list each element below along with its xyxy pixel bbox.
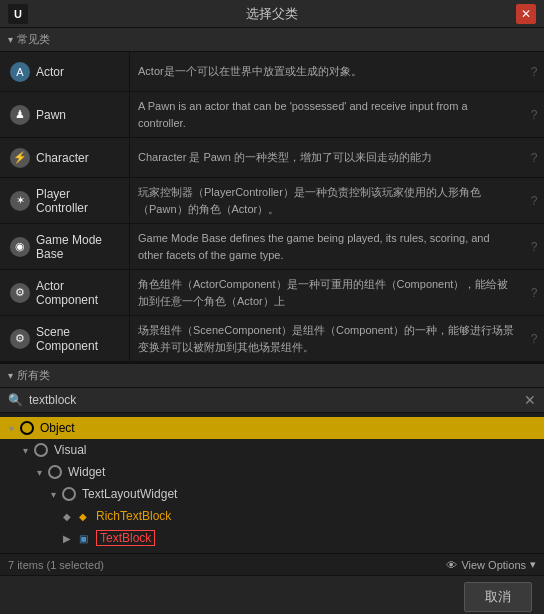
all-section-label: 所有类 bbox=[0, 364, 544, 388]
search-input[interactable] bbox=[29, 393, 518, 407]
eye-icon: 👁 bbox=[446, 559, 457, 571]
cancel-button[interactable]: 取消 bbox=[464, 582, 532, 612]
class-icon: A bbox=[10, 62, 30, 82]
tree-row[interactable]: ▾ Visual bbox=[0, 439, 544, 461]
tree-label: TextLayoutWidget bbox=[82, 487, 177, 501]
class-description: Game Mode Base defines the game being pl… bbox=[130, 224, 524, 269]
tree-icon bbox=[46, 463, 64, 481]
class-icon: ⚙ bbox=[10, 329, 30, 349]
help-icon[interactable]: ? bbox=[524, 178, 544, 223]
search-bar: 🔍 ✕ bbox=[0, 388, 544, 413]
tree-arrow: ◆ bbox=[60, 511, 74, 522]
class-description: Character 是 Pawn 的一种类型，增加了可以来回走动的能力 bbox=[130, 138, 524, 177]
help-icon[interactable]: ? bbox=[524, 316, 544, 361]
class-icon: ✶ bbox=[10, 191, 30, 211]
tree-row[interactable]: ▾ Object bbox=[0, 417, 544, 439]
class-icon: ⚡ bbox=[10, 148, 30, 168]
app-logo: U bbox=[8, 4, 28, 24]
title-bar: U 选择父类 ✕ bbox=[0, 0, 544, 28]
class-icon-area: ⚙ Actor Component bbox=[0, 270, 130, 315]
close-button[interactable]: ✕ bbox=[516, 4, 536, 24]
item-count-label: 7 items (1 selected) bbox=[8, 559, 104, 571]
class-row[interactable]: ⚙ Scene Component 场景组件（SceneComponent）是组… bbox=[0, 316, 544, 362]
class-icon-area: ⚙ Scene Component bbox=[0, 316, 130, 361]
view-options-label: View Options bbox=[461, 559, 526, 571]
tree-label: Widget bbox=[68, 465, 105, 479]
window-title: 选择父类 bbox=[28, 5, 516, 23]
class-name: Actor bbox=[36, 65, 64, 79]
status-bar: 7 items (1 selected) 👁 View Options ▾ bbox=[0, 553, 544, 575]
class-icon-area: A Actor bbox=[0, 52, 130, 91]
class-row[interactable]: ◉ Game Mode Base Game Mode Base defines … bbox=[0, 224, 544, 270]
help-icon[interactable]: ? bbox=[524, 52, 544, 91]
tree-label: Visual bbox=[54, 443, 86, 457]
class-icon-area: ⚡ Character bbox=[0, 138, 130, 177]
class-icon-area: ♟ Pawn bbox=[0, 92, 130, 137]
tree-row[interactable]: ◆ ◆ RichTextBlock bbox=[0, 505, 544, 527]
tree-arrow: ▾ bbox=[4, 423, 18, 434]
tree-arrow: ▶ bbox=[60, 533, 74, 544]
class-name: Player Controller bbox=[36, 187, 119, 215]
common-section-label: 常见类 bbox=[0, 28, 544, 52]
tree-icon: ◆ bbox=[74, 507, 92, 525]
class-description: Actor是一个可以在世界中放置或生成的对象。 bbox=[130, 52, 524, 91]
class-row[interactable]: ⚙ Actor Component 角色组件（ActorComponent）是一… bbox=[0, 270, 544, 316]
search-icon: 🔍 bbox=[8, 393, 23, 407]
search-clear-button[interactable]: ✕ bbox=[524, 392, 536, 408]
class-name: Actor Component bbox=[36, 279, 119, 307]
tree-label: Object bbox=[40, 421, 75, 435]
tree-icon bbox=[32, 441, 50, 459]
class-description: 玩家控制器（PlayerController）是一种负责控制该玩家使用的人形角色… bbox=[130, 178, 524, 223]
help-icon[interactable]: ? bbox=[524, 92, 544, 137]
class-icon-area: ◉ Game Mode Base bbox=[0, 224, 130, 269]
class-row[interactable]: ♟ Pawn A Pawn is an actor that can be 'p… bbox=[0, 92, 544, 138]
tree-row[interactable]: ▶ ▣ TextBlock bbox=[0, 527, 544, 549]
tree-label: RichTextBlock bbox=[96, 509, 171, 523]
tree-arrow: ▾ bbox=[18, 445, 32, 456]
help-icon[interactable]: ? bbox=[524, 270, 544, 315]
class-description: 角色组件（ActorComponent）是一种可重用的组件（Component）… bbox=[130, 270, 524, 315]
footer: 取消 bbox=[0, 575, 544, 614]
class-row[interactable]: ✶ Player Controller 玩家控制器（PlayerControll… bbox=[0, 178, 544, 224]
tree-icon bbox=[60, 485, 78, 503]
tree-icon: ▣ bbox=[74, 529, 92, 547]
tree-label: TextBlock bbox=[96, 530, 155, 546]
class-icon: ♟ bbox=[10, 105, 30, 125]
class-description: A Pawn is an actor that can be 'possesse… bbox=[130, 92, 524, 137]
class-row[interactable]: ⚡ Character Character 是 Pawn 的一种类型，增加了可以… bbox=[0, 138, 544, 178]
tree-row[interactable]: ▾ TextLayoutWidget bbox=[0, 483, 544, 505]
class-row[interactable]: A Actor Actor是一个可以在世界中放置或生成的对象。 ? bbox=[0, 52, 544, 92]
tree-area: ▾ Object ▾ Visual ▾ Widget ▾ TextLayoutW… bbox=[0, 413, 544, 553]
class-name: Pawn bbox=[36, 108, 66, 122]
class-icon: ⚙ bbox=[10, 283, 30, 303]
class-icon: ◉ bbox=[10, 237, 30, 257]
tree-icon bbox=[18, 419, 36, 437]
common-classes-list: A Actor Actor是一个可以在世界中放置或生成的对象。 ? ♟ Pawn… bbox=[0, 52, 544, 362]
class-name: Game Mode Base bbox=[36, 233, 119, 261]
all-classes-section: 所有类 🔍 ✕ ▾ Object ▾ Visual ▾ Widget ▾ Tex… bbox=[0, 362, 544, 575]
class-name: Scene Component bbox=[36, 325, 119, 353]
class-description: 场景组件（SceneComponent）是组件（Component）的一种，能够… bbox=[130, 316, 524, 361]
class-icon-area: ✶ Player Controller bbox=[0, 178, 130, 223]
help-icon[interactable]: ? bbox=[524, 138, 544, 177]
class-name: Character bbox=[36, 151, 89, 165]
tree-arrow: ▾ bbox=[46, 489, 60, 500]
help-icon[interactable]: ? bbox=[524, 224, 544, 269]
chevron-down-icon: ▾ bbox=[530, 558, 536, 571]
view-options-button[interactable]: 👁 View Options ▾ bbox=[446, 558, 536, 571]
tree-arrow: ▾ bbox=[32, 467, 46, 478]
tree-row[interactable]: ▾ Widget bbox=[0, 461, 544, 483]
